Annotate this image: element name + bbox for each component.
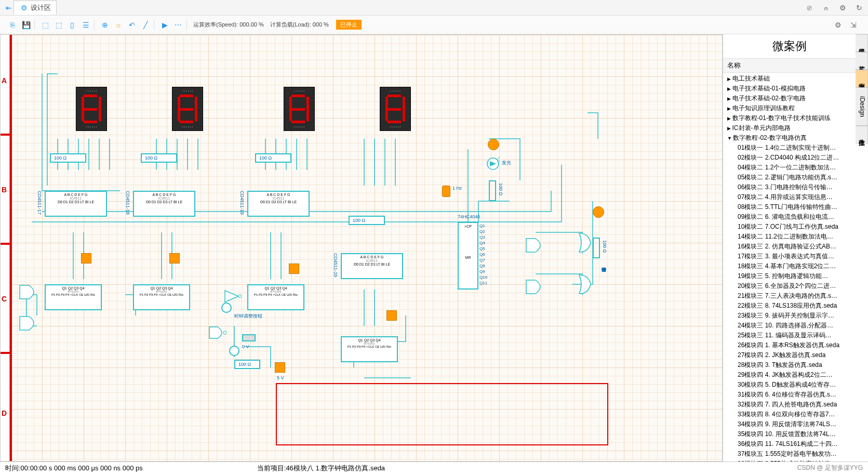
tree-root[interactable]: 电子知识原理训练教程 [725, 103, 853, 113]
tree-item[interactable]: 24模块三 10. 四路选择器,分配器… [725, 321, 853, 331]
tree-item[interactable]: 16模块三 2. 仿真电路验证公式AB… [725, 242, 853, 252]
tree-item[interactable]: 27模块四 2. JK触发器仿真.seda [725, 350, 853, 360]
probe-node[interactable] [275, 362, 285, 373]
led-indicator[interactable] [593, 206, 604, 218]
chip-cd4511-19[interactable]: A B C D E F GIC4511D0 D1 D2 D3 LT BI LE [247, 191, 310, 217]
tree-root[interactable]: 电子技术基础-01-模拟电路 [725, 84, 853, 94]
and-gate[interactable] [525, 238, 546, 253]
tree-item[interactable]: 02模块一 2.CD4040 构成12位二进… [725, 153, 853, 163]
refresh-icon[interactable]: ↻ [854, 3, 864, 12]
tree-item[interactable]: 10模块二 7.OC门线与工作仿真.seda [725, 222, 853, 232]
tab-design-area[interactable]: ⚙ 设计区 [14, 1, 57, 15]
schematic-canvas[interactable]: A B C D [1, 35, 722, 461]
stop-button[interactable]: 已停止 [336, 20, 362, 30]
sun-icon[interactable]: ☼ [113, 20, 124, 30]
resistor-pack-3[interactable]: 100 Ω [255, 153, 291, 163]
resistor-pack-1[interactable]: 100 Ω [50, 153, 86, 163]
counter-chip-3[interactable]: Q1 Q2 Q3 Q4BT9192P1 P2 P3 P4 >CLK CE U/D… [247, 284, 304, 310]
counter-chip-2[interactable]: Q1 Q2 Q3 Q4BT9192P1 P2 P3 P4 >CLK CE U/D… [133, 284, 190, 310]
tree-root[interactable]: 电子技术基础-02-数字电路 [725, 94, 853, 103]
seven-seg-display-2[interactable]: • • • • • •• • • • • • [172, 87, 203, 131]
side-tab-homework[interactable]: 作业批改 [856, 126, 868, 143]
tree-item[interactable]: 32模块四 7. 四人抢答电路仿真.seda [725, 400, 853, 410]
probe-node[interactable] [169, 253, 180, 264]
play-icon[interactable]: ▶ [159, 20, 170, 30]
tree-item[interactable]: 35模块四 10. 用反馈置数法将74L… [725, 429, 853, 439]
export-icon[interactable]: ⇲ [848, 20, 859, 30]
and-gate[interactable] [19, 315, 39, 331]
tree-item[interactable]: 14模块二 11.2位二进制数加法电… [725, 232, 853, 242]
resistor-pack-4[interactable]: 100 Ω [349, 216, 385, 225]
side-tab-idesign[interactable]: iDesign [856, 87, 868, 126]
undo-icon[interactable]: ↶ [127, 20, 137, 30]
tree-item[interactable]: 06模块二 3.门电路控制信号传输… [725, 182, 853, 192]
tree-item[interactable]: 36模块四 11. 74LS161构成二十四… [725, 439, 853, 449]
menu-collapse-icon[interactable]: ⇤ [4, 3, 14, 12]
push-button-clock[interactable] [221, 302, 232, 313]
tree-item[interactable]: 08模块二 5.TTL门电路传输特性曲… [725, 202, 853, 212]
tag2-icon[interactable]: ⬚ [54, 20, 64, 30]
tree-item[interactable]: 34模块四 9. 用反馈清零法将74LS… [725, 419, 853, 429]
switch[interactable] [242, 334, 256, 341]
line-icon[interactable]: ╱ [140, 20, 151, 30]
led-diode[interactable] [486, 157, 500, 170]
or-gate[interactable] [577, 232, 593, 253]
tree-item[interactable]: 37模块五 1.555定时器电平触发功… [725, 449, 853, 459]
side-tab-chips[interactable]: 芯片库 [856, 52, 868, 70]
step-icon[interactable]: ⋯ [173, 20, 183, 30]
seven-seg-display-3[interactable]: • • • • • •• • • • • • [284, 87, 315, 131]
chip-74hc4040[interactable]: >CPMR [458, 222, 478, 289]
toolbar-gear-icon[interactable]: ⚙ [833, 20, 843, 30]
tree-item[interactable]: 17模块三 3. 最小项表达式与真值… [725, 252, 853, 261]
settings-icon[interactable]: ⚙ [838, 3, 847, 12]
tree-item[interactable]: 04模块二 1.2个一位二进制数加法… [725, 163, 853, 173]
tree-item[interactable]: 31模块四 6. 4位移位寄存器仿真.s… [725, 390, 853, 400]
tree-item[interactable]: 33模块四 8. 4位双向移位寄存器7… [725, 410, 853, 419]
tree-item[interactable]: 09模块二 6. 灌电流负载和拉电流… [725, 212, 853, 222]
push-button[interactable] [229, 346, 239, 356]
resistor-single-1[interactable] [489, 180, 496, 201]
chip-cd4511-20[interactable]: A B C D E F GIC4511D0 D1 D2 D3 LT BI LE [341, 253, 403, 279]
tree-item[interactable]: 05模块二 2.逻辑门电路功能仿真.s… [725, 173, 853, 182]
case-tree[interactable]: 电工技术基础 电子技术基础-01-模拟电路 电子技术基础-02-数字电路 电子知… [723, 73, 856, 462]
resistor-bottom[interactable]: 100 Ω [234, 360, 260, 369]
chip-cd4511-18[interactable]: A B C D E F GIC4511D0 D1 D2 D3 LT BI LE [133, 191, 195, 217]
tree-item[interactable]: 20模块三 6.全加器及2个四位二进… [725, 281, 853, 291]
counter-chip-4[interactable]: Q1 Q2 Q3 Q4BT9192P1 P2 P3 P4 >CLK CE U/D… [341, 336, 398, 362]
led-indicator[interactable] [488, 139, 499, 150]
tree-item[interactable]: 25模块三 11. 编码器及显示译码… [725, 331, 853, 340]
tree-item[interactable]: 18模块三 4.基本门电路实现2位二… [725, 261, 853, 271]
tree-root[interactable]: 数字教程-01-数字电子技术技能训练 [725, 113, 853, 123]
tree-item[interactable]: 38模块五 2.555构成的施密特触发… [725, 459, 853, 462]
tree-root[interactable]: IC封装-单元内部电路 [725, 123, 853, 133]
nand-gate[interactable] [208, 326, 227, 339]
resistor-pack-2[interactable]: 100 Ω [141, 153, 177, 163]
tree-root-open[interactable]: 数字教程-02-数字电路仿真 [725, 133, 853, 143]
layout-icon[interactable]: ⎚ [805, 3, 814, 12]
probe-node[interactable] [81, 253, 91, 264]
tree-item[interactable]: 01模块一 1.4位二进制实现十进制… [725, 143, 853, 153]
or-gate[interactable] [577, 274, 593, 295]
tree-item[interactable]: 28模块四 3. T触发器仿真.seda [725, 360, 853, 370]
clock-source[interactable] [442, 186, 450, 197]
not-gate[interactable] [224, 289, 243, 303]
tree-item[interactable]: 23模块三 9. 拔码开关控制显示字… [725, 311, 853, 321]
seven-seg-display-1[interactable]: • • • • • • • • • • • • [76, 87, 107, 131]
resistor-single-2[interactable] [593, 238, 600, 258]
tree-item[interactable]: 22模块三 8. 74LS138应用仿真.seda [725, 301, 853, 311]
tree-item[interactable]: 07模块二 4.用异或运算实现信息… [725, 192, 853, 202]
side-tab-cases[interactable]: 微案例 [856, 70, 868, 87]
chip-cd4511-17[interactable]: A B C D E F G IC4511 D0 D1 D2 D3 LT BI L… [45, 191, 107, 217]
tag1-icon[interactable]: ⬚ [40, 20, 50, 30]
side-tab-components[interactable]: 组件库 [856, 34, 868, 52]
tree-item[interactable]: 29模块四 4. JK触发器构成2位二… [725, 370, 853, 380]
user-icon[interactable]: ⍝ [821, 3, 831, 12]
book-icon[interactable]: ▯ [67, 20, 77, 30]
tree-item[interactable]: 30模块四 5. D触发器构成4位寄存… [725, 380, 853, 390]
tree-root[interactable]: 电工技术基础 [725, 74, 853, 84]
seven-seg-display-4[interactable]: • • • • • •• • • • • • [380, 87, 411, 131]
new-icon[interactable]: ⎘ [7, 20, 18, 30]
tree-item[interactable]: 26模块四 1. 基本RS触发器仿真.seda [725, 340, 853, 350]
tree-item[interactable]: 21模块三 7.三人表决电路的仿真.s… [725, 291, 853, 301]
tree-item[interactable]: 19模块三 5. 控制电路逻辑功能… [725, 271, 853, 281]
